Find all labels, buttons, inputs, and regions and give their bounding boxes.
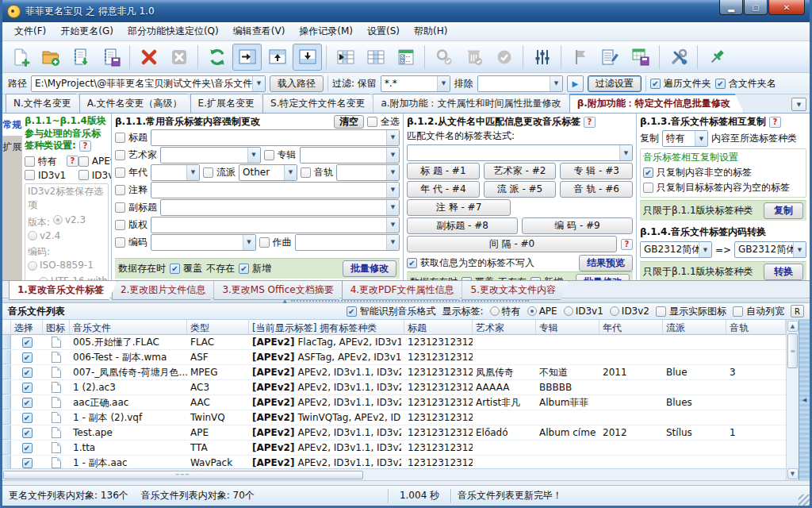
artist-checkbox[interactable]: 艺术家 xyxy=(115,148,157,162)
id3v1-checkbox[interactable]: ID3v1 xyxy=(25,170,79,181)
delete-checked-button[interactable] xyxy=(459,44,488,71)
menu-settings[interactable]: 设置(S) xyxy=(360,22,407,40)
filter-settings-button[interactable]: 过滤设置 xyxy=(588,75,642,92)
menu-help[interactable]: 帮助(H) xyxy=(407,22,454,40)
path-combo[interactable]: E:\MyProject\@菲菲更名宝贝测试文件夹\音乐文件 ▼ xyxy=(31,75,266,92)
tag-artist-button[interactable]: 艺术家 - #2 xyxy=(484,163,557,179)
copy-source-combo[interactable]: 特有▼ xyxy=(662,130,708,147)
row-checkbox[interactable] xyxy=(22,443,33,453)
row-checkbox[interactable] xyxy=(22,398,33,408)
genre-checkbox[interactable]: 流派 xyxy=(203,166,236,179)
batch-apply-button-b12[interactable]: 批量修改 xyxy=(576,274,630,280)
table-row[interactable]: 1 (2).ac3 AC3 [APEv2]APEv2, ID3v1.1, ID3… xyxy=(2,380,786,395)
album-checkbox[interactable]: 专辑 xyxy=(264,148,297,162)
pin-button[interactable] xyxy=(702,44,731,71)
show-real-icon-checkbox[interactable]: 显示实际图标 xyxy=(656,305,726,318)
column-track[interactable]: 音轨 xyxy=(726,320,786,335)
tag-title-button[interactable]: 标 题 - #1 xyxy=(407,163,480,179)
tag-unique-radio[interactable]: 特有 xyxy=(490,305,521,318)
row-selector-stripe[interactable] xyxy=(2,395,11,410)
help-icon[interactable]: ? xyxy=(79,140,91,152)
row-checkbox[interactable] xyxy=(22,352,33,363)
clear-button[interactable] xyxy=(164,44,193,71)
batch-apply-button-b11[interactable]: 批量修改 xyxy=(343,260,396,277)
tag-separator-button[interactable]: 间 隔 - #0 xyxy=(407,236,617,252)
row-selector-stripe[interactable] xyxy=(2,335,11,349)
tag-year-button[interactable]: 年 代 - #4 xyxy=(407,181,480,198)
row-checkbox[interactable] xyxy=(22,428,33,438)
copyright-combo[interactable]: ▼ xyxy=(151,217,400,233)
id3v2-checkbox[interactable]: ID3v2 ? xyxy=(79,170,111,181)
table-row[interactable]: 1 - 副本.aac WavPack [APEv2]APEv2, ID3v1.1… xyxy=(2,456,786,468)
year-combo[interactable]: ▼ xyxy=(151,164,200,181)
genre-combo[interactable]: Other▼ xyxy=(239,164,297,181)
help-icon[interactable]: ? xyxy=(621,239,633,250)
subtab-image-info[interactable]: 2.更改图片文件信息 xyxy=(112,281,219,300)
tab-specific-filename[interactable]: S.特定文件文件名变更 xyxy=(262,94,378,113)
tab-filename-advanced[interactable]: A.文件名变更（高级） xyxy=(79,94,196,113)
expression-combo[interactable]: ▼ xyxy=(407,144,633,161)
vertical-scrollbar[interactable]: ▲ ≡ ▼ xyxy=(786,320,799,480)
encoding-utf16-radio[interactable]: UTF-16 with BOM xyxy=(39,275,111,280)
smart-detect-checkbox[interactable]: 智能识别音乐格式 xyxy=(347,305,436,318)
sidebar-tab-extended[interactable]: 扩展 xyxy=(2,136,22,158)
menu-file[interactable]: 文件(F) xyxy=(7,22,53,40)
move-column-left-button[interactable] xyxy=(331,44,360,71)
tag-id3v2-radio[interactable]: ID3v2 xyxy=(610,306,649,317)
tab-file-info-batch[interactable]: β.附加功能：特定文件信息批量修改 xyxy=(569,94,744,113)
subtab-office-summary[interactable]: 3.更改MS Office文档摘要 xyxy=(213,281,347,300)
menu-start-rename[interactable]: 开始更名(G) xyxy=(53,22,121,40)
save-list-button[interactable] xyxy=(96,44,125,71)
chevron-down-icon[interactable]: ▼ xyxy=(252,76,265,91)
copy-button[interactable]: 复制 xyxy=(764,202,803,219)
column-icon[interactable]: 图标 xyxy=(43,320,70,335)
edit-table-button[interactable] xyxy=(596,44,625,71)
help-icon[interactable]: ? xyxy=(769,117,781,128)
chevron-down-icon[interactable]: ▼ xyxy=(437,76,450,91)
open-folder-button[interactable] xyxy=(36,44,65,71)
load-path-button[interactable]: 载入路径 xyxy=(270,75,324,92)
vscroll-thumb[interactable]: ≡ xyxy=(787,333,798,368)
row-checkbox[interactable] xyxy=(22,458,33,468)
column-year[interactable]: 年代 xyxy=(599,320,663,335)
row-checkbox[interactable] xyxy=(22,413,33,423)
exclude-filter-combo[interactable]: ▼ xyxy=(477,75,563,92)
minimize-button[interactable]: ▂ xyxy=(719,0,743,15)
subtitle-combo[interactable]: ▼ xyxy=(160,199,400,216)
help-icon[interactable]: ? xyxy=(584,117,596,128)
row-selector-stripe[interactable] xyxy=(2,456,11,468)
table-row[interactable]: 1.tta TTA [APEv2]APEv2, ID3v1.1, ID3v2.3… xyxy=(2,441,786,456)
sidebar-tab-general[interactable]: 常规 xyxy=(2,114,22,136)
tab-overflow-button[interactable]: ▼ xyxy=(791,98,806,111)
row-selector-stripe[interactable] xyxy=(2,441,11,455)
maximize-button[interactable]: ▢ xyxy=(744,0,768,15)
help-icon[interactable]: ? xyxy=(67,156,79,167)
auto-column-width-checkbox[interactable]: 自动列宽 xyxy=(733,305,784,318)
checklist-button[interactable] xyxy=(391,44,420,71)
tag-id3v1-radio[interactable]: ID3v1 xyxy=(564,306,603,317)
apply-filter-button[interactable]: ▶ xyxy=(567,75,584,92)
tag-track-button[interactable]: 音 轨 - #6 xyxy=(560,181,633,198)
column-title[interactable]: 标题 xyxy=(404,320,473,335)
add-checkbox-b11[interactable]: 新增 xyxy=(239,262,271,275)
row-selector-stripe[interactable] xyxy=(2,365,11,379)
tag-comment-button[interactable]: 注 释 - #7 xyxy=(407,199,511,216)
resize-grip[interactable] xyxy=(799,495,810,506)
copy-target-empty-checkbox[interactable]: 只复制目标标签内容为空的标签 xyxy=(643,181,790,194)
row-selector-stripe[interactable] xyxy=(2,410,11,425)
filter-sliders-button[interactable] xyxy=(527,44,557,71)
artist-combo[interactable]: ▼ xyxy=(160,147,261,164)
encoder-checkbox[interactable]: 编码 xyxy=(115,236,147,249)
year-checkbox[interactable]: 年代 xyxy=(115,166,147,179)
right-panel-splitter[interactable]: ◀ xyxy=(799,320,810,480)
tag-subtitle-button[interactable]: 副标题 - #8 xyxy=(407,217,518,234)
menu-quick-locate[interactable]: 部分功能快速定位(Q) xyxy=(121,22,226,40)
tag-genre-button[interactable]: 流 派 - #5 xyxy=(484,181,557,198)
refresh-button[interactable] xyxy=(202,44,232,71)
row-selector-stripe[interactable] xyxy=(2,425,11,440)
table-row[interactable]: aac正确.aac AAC [APEv2]APEv2, ID3v1.1, ID3… xyxy=(2,395,786,410)
row-selector-stripe[interactable] xyxy=(2,380,11,394)
preview-button[interactable]: 结果预览 xyxy=(579,255,633,271)
track-checkbox[interactable]: 音轨 xyxy=(301,166,333,179)
table-row[interactable]: Test.ape APE [APEv2]APEv2, ID3v1.1, ID3v… xyxy=(2,425,786,441)
